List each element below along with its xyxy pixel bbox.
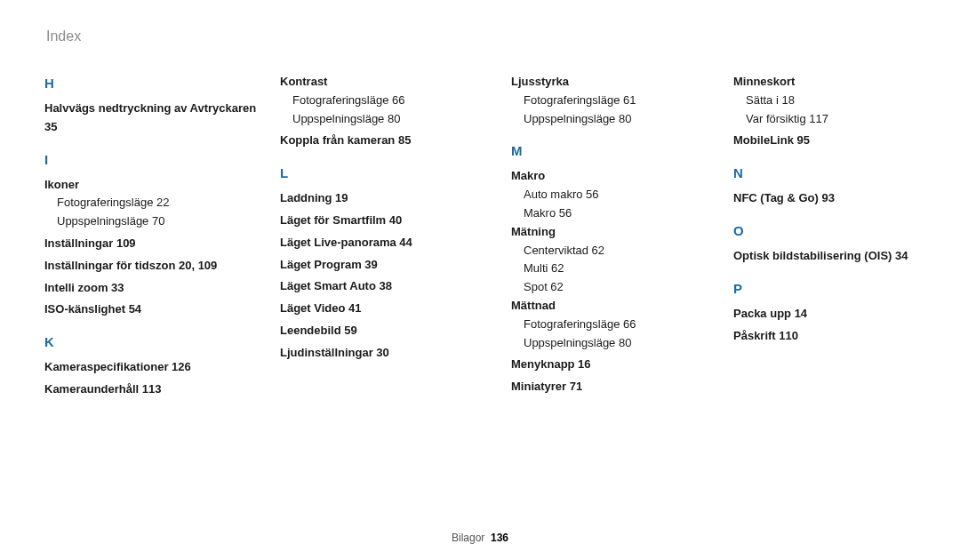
index-subentry: Spot 62 xyxy=(511,278,724,297)
index-col-2: Kontrast Fotograferingsläge 66 Uppspelni… xyxy=(280,73,511,399)
index-letter-i: I xyxy=(44,149,271,171)
index-col-1: H Halvvägs nedtryckning av Avtryckaren 3… xyxy=(44,73,280,399)
index-letter-k: K xyxy=(44,332,271,353)
index-entry: Halvvägs nedtryckning av Avtryckaren 35 xyxy=(44,100,271,137)
index-entry: Menyknapp 16 xyxy=(511,356,724,374)
index-letter-m: M xyxy=(511,140,724,162)
index-col-4: Minneskort Sätta i 18 Var försiktig 117 … xyxy=(733,73,960,399)
index-subentry: Uppspelningsläge 80 xyxy=(511,334,724,353)
index-subentry: Fotograferingsläge 22 xyxy=(44,194,271,212)
index-entry: Koppla från kameran 85 xyxy=(280,132,502,150)
index-entry: Läget för Smartfilm 40 xyxy=(280,212,502,230)
page-title: Index xyxy=(44,28,916,44)
index-letter-h: H xyxy=(44,73,271,94)
index-entry: Leendebild 59 xyxy=(280,322,502,340)
index-subentry: Uppspelningsläge 80 xyxy=(280,110,502,129)
index-entry: ISO-känslighet 54 xyxy=(44,300,271,319)
index-subentry: Sätta i 18 xyxy=(733,92,956,110)
index-entry: Läget Smart Auto 38 xyxy=(280,277,502,296)
index-group-head: Kontrast xyxy=(280,73,502,92)
index-subentry: Uppspelningsläge 80 xyxy=(511,110,724,129)
index-subentry: Fotograferingsläge 66 xyxy=(511,316,724,334)
page-footer: Bilagor 136 xyxy=(0,532,960,544)
index-subentry: Makro 56 xyxy=(511,204,724,223)
index-letter-l: L xyxy=(280,163,502,184)
index-letter-p: P xyxy=(733,278,956,300)
index-entry: Ljudinställningar 30 xyxy=(280,344,502,363)
index-group-head: Mätning xyxy=(511,223,724,242)
index-group-head: Ikoner xyxy=(44,176,271,195)
page: Index H Halvvägs nedtryckning av Avtryck… xyxy=(0,0,960,560)
index-entry: Miniatyrer 71 xyxy=(511,378,724,396)
index-entry: Påskrift 110 xyxy=(733,327,956,346)
index-col-3: Ljusstyrka Fotograferingsläge 61 Uppspel… xyxy=(511,73,733,399)
index-entry: Laddning 19 xyxy=(280,189,502,208)
footer-section: Bilagor xyxy=(452,532,484,544)
index-subentry: Fotograferingsläge 66 xyxy=(280,92,502,110)
index-columns: H Halvvägs nedtryckning av Avtryckaren 3… xyxy=(44,73,916,399)
index-entry: Kameraspecifikationer 126 xyxy=(44,358,271,377)
index-entry: Kameraunderhåll 113 xyxy=(44,380,271,399)
index-entry: Läget Video 41 xyxy=(280,300,502,318)
index-entry: Inställningar för tidszon 20, 109 xyxy=(44,257,271,276)
index-entry: Läget Live-panorama 44 xyxy=(280,234,502,252)
index-entry: Inställningar 109 xyxy=(44,235,271,253)
index-entry: Optisk bildstabilisering (OIS) 34 xyxy=(733,247,956,266)
index-subentry: Centerviktad 62 xyxy=(511,242,724,260)
index-subentry: Fotograferingsläge 61 xyxy=(511,92,724,110)
index-entry: Packa upp 14 xyxy=(733,305,956,324)
index-group-head: Mättnad xyxy=(511,297,724,316)
index-entry: Intelli zoom 33 xyxy=(44,279,271,298)
index-subentry: Auto makro 56 xyxy=(511,186,724,204)
index-entry: Läget Program 39 xyxy=(280,256,502,275)
index-letter-o: O xyxy=(733,220,956,242)
index-subentry: Var försiktig 117 xyxy=(733,110,956,129)
index-subentry: Multi 62 xyxy=(511,260,724,278)
index-letter-n: N xyxy=(733,163,956,184)
index-group-head: Ljusstyrka xyxy=(511,73,724,92)
index-group-head: Minneskort xyxy=(733,73,956,92)
index-entry: NFC (Tag & Go) 93 xyxy=(733,189,956,208)
index-entry: MobileLink 95 xyxy=(733,132,956,150)
index-group-head: Makro xyxy=(511,167,724,186)
index-subentry: Uppspelningsläge 70 xyxy=(44,212,271,231)
footer-page-number: 136 xyxy=(491,532,508,544)
